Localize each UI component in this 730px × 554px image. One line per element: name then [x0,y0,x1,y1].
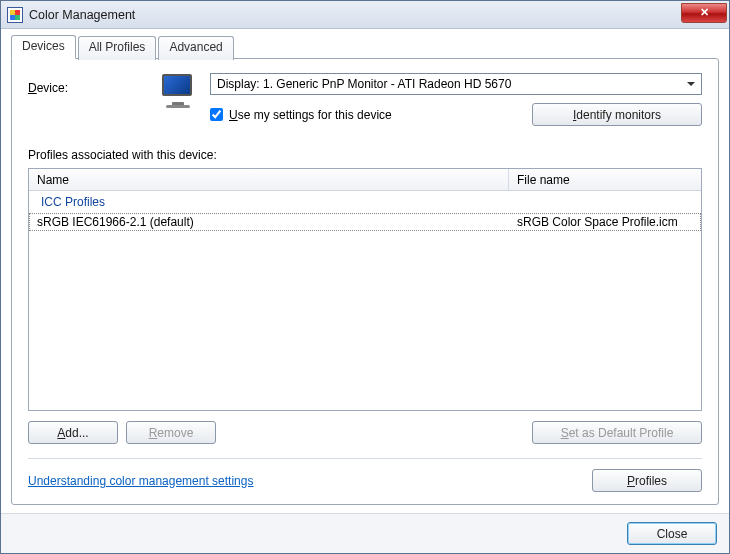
device-row2: Use my settings for this device Identify… [210,103,702,126]
add-button[interactable]: Add... [28,421,118,444]
listview-header: Name File name [29,169,701,191]
profiles-button[interactable]: Profiles [592,469,702,492]
column-name[interactable]: Name [29,169,509,190]
app-icon [7,7,23,23]
use-my-settings-checkbox[interactable]: Use my settings for this device [210,108,392,122]
table-row[interactable]: sRGB IEC61966-2.1 (default) sRGB Color S… [29,213,701,231]
titlebar: Color Management ✕ [1,1,729,29]
row-filename: sRGB Color Space Profile.icm [509,215,701,229]
listview-group-header: ICC Profiles [29,191,701,213]
remove-button[interactable]: Remove [126,421,216,444]
help-link[interactable]: Understanding color management settings [28,474,253,488]
set-default-button[interactable]: Set as Default Profile [532,421,702,444]
device-select[interactable]: Display: 1. Generic PnP Monitor - ATI Ra… [210,73,702,95]
profiles-listview[interactable]: Name File name ICC Profiles sRGB IEC6196… [28,168,702,411]
device-select-value: Display: 1. Generic PnP Monitor - ATI Ra… [217,77,511,91]
device-label: Device: [28,73,148,95]
profiles-section-label: Profiles associated with this device: [28,148,702,162]
close-button[interactable]: Close [627,522,717,545]
bottom-row: Understanding color management settings … [28,469,702,492]
device-controls: Display: 1. Generic PnP Monitor - ATI Ra… [210,73,702,126]
window: Color Management ✕ Devices All Profiles … [0,0,730,554]
divider [28,458,702,459]
tab-advanced[interactable]: Advanced [158,36,233,60]
tab-all-profiles[interactable]: All Profiles [78,36,157,60]
row-name: sRGB IEC61966-2.1 (default) [29,215,509,229]
column-filename[interactable]: File name [509,169,701,190]
listview-body: ICC Profiles sRGB IEC61966-2.1 (default)… [29,191,701,410]
tab-devices[interactable]: Devices [11,35,76,59]
use-my-settings-input[interactable] [210,108,223,121]
close-icon[interactable]: ✕ [681,3,727,23]
tabpage-devices: Device: Display: 1. Generic PnP Monitor … [11,58,719,505]
window-title: Color Management [29,8,135,22]
window-body: Devices All Profiles Advanced Device: Di… [1,29,729,513]
footer: Close [1,513,729,553]
profile-actions: Add... Remove Set as Default Profile [28,421,702,444]
use-my-settings-label: Use my settings for this device [229,108,392,122]
identify-monitors-button[interactable]: Identify monitors [532,103,702,126]
device-row: Device: Display: 1. Generic PnP Monitor … [28,73,702,126]
monitor-icon [160,73,198,107]
tabstrip: Devices All Profiles Advanced [11,35,719,59]
